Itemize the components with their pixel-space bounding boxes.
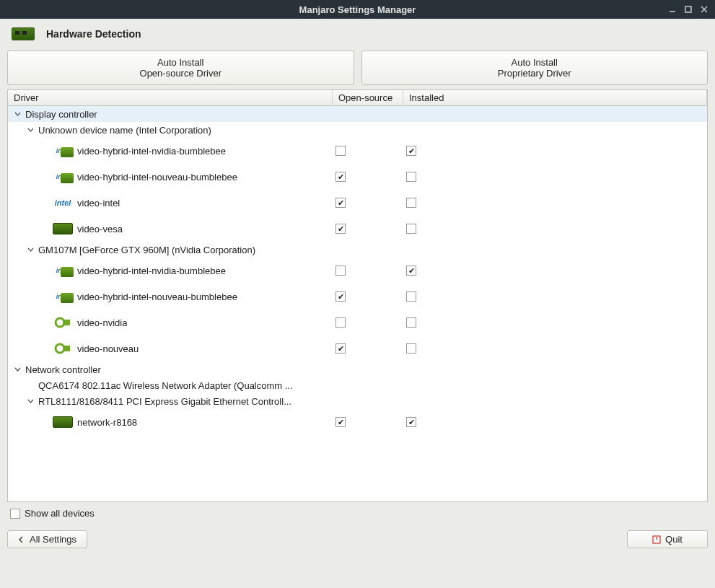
tree-label: video-vesa — [77, 224, 123, 234]
checkbox[interactable]: ✔ — [406, 266, 416, 276]
driver-row[interactable]: intelvideo-hybrid-intel-nouveau-bumblebe… — [8, 284, 707, 310]
page-header: Hardware Detection — [0, 19, 715, 45]
tree-label: Display controller — [25, 109, 97, 120]
tree-label: video-nvidia — [77, 317, 127, 328]
tree-label: video-hybrid-intel-nouveau-bumblebee — [77, 291, 237, 302]
checkbox[interactable]: ✔ — [406, 417, 416, 427]
category-row[interactable]: Display controller — [8, 106, 707, 122]
driver-row[interactable]: intelvideo-intel✔ — [8, 190, 707, 216]
svg-rect-7 — [63, 346, 70, 351]
back-arrow-icon — [18, 536, 25, 543]
window-title: Manjaro Settings Manager — [299, 4, 416, 15]
tree-label: QCA6174 802.11ac Wireless Network Adapte… — [38, 380, 293, 391]
checkbox[interactable] — [406, 343, 416, 354]
pcb-card-icon — [51, 414, 74, 430]
intel-driver-icon: intel — [51, 263, 74, 278]
svg-rect-5 — [63, 320, 70, 325]
titlebar: Manjaro Settings Manager — [0, 0, 715, 19]
tree-label: GM107M [GeForce GTX 960M] (nVidia Corpor… — [38, 245, 255, 255]
tree-label: video-hybrid-intel-nvidia-bumblebee — [77, 266, 226, 276]
auto-install-proprietary-button[interactable]: Auto Install Proprietary Driver — [361, 51, 709, 85]
tree-label: network-r8168 — [77, 417, 137, 428]
checkbox[interactable]: ✔ — [335, 291, 346, 302]
checkbox[interactable] — [406, 317, 416, 328]
show-all-devices[interactable]: Show all devices — [10, 508, 95, 519]
btn-line1: Auto Install — [362, 57, 708, 68]
intel-driver-icon: intel — [51, 143, 74, 159]
expander-icon[interactable] — [25, 396, 35, 406]
checkbox[interactable] — [335, 317, 346, 328]
expander-icon[interactable] — [25, 245, 35, 255]
driver-row[interactable]: intelvideo-hybrid-intel-nouveau-bumblebe… — [8, 164, 707, 190]
svg-rect-1 — [685, 6, 691, 12]
checkbox[interactable]: ✔ — [335, 343, 346, 354]
driver-row[interactable]: video-nvidia — [8, 310, 707, 335]
tree-label: video-hybrid-intel-nouveau-bumblebee — [77, 172, 237, 183]
nvidia-icon — [51, 341, 74, 356]
expander-icon[interactable] — [12, 364, 22, 374]
pcb-card-icon — [51, 221, 74, 237]
col-open-source[interactable]: Open-source — [333, 90, 403, 105]
window-buttons — [664, 2, 712, 17]
checkbox[interactable] — [335, 146, 346, 156]
hardware-icon — [12, 27, 35, 40]
show-all-label: Show all devices — [25, 508, 95, 519]
checkbox[interactable] — [335, 266, 346, 276]
category-row[interactable]: Network controller — [8, 361, 707, 377]
btn-line2: Open-source Driver — [8, 68, 354, 79]
quit-icon — [652, 535, 661, 544]
driver-row[interactable]: video-nouveau✔ — [8, 335, 707, 361]
intel-driver-icon: intel — [51, 289, 74, 304]
checkbox[interactable]: ✔ — [335, 172, 346, 182]
maximize-button[interactable] — [680, 2, 696, 17]
intel-driver-icon: intel — [51, 169, 74, 185]
show-all-checkbox[interactable] — [10, 509, 20, 519]
driver-row[interactable]: network-r8168✔✔ — [8, 409, 707, 435]
expander-icon[interactable] — [25, 125, 35, 135]
btn-line1: Auto Install — [8, 57, 354, 68]
expander-icon[interactable] — [12, 109, 22, 119]
device-row[interactable]: GM107M [GeForce GTX 960M] (nVidia Corpor… — [8, 242, 707, 258]
device-row[interactable]: RTL8111/8168/8411 PCI Express Gigabit Et… — [8, 393, 707, 409]
all-settings-label: All Settings — [30, 534, 76, 545]
checkbox[interactable] — [406, 291, 416, 302]
checkbox[interactable] — [406, 224, 416, 234]
quit-label: Quit — [665, 534, 683, 545]
quit-button[interactable]: Quit — [627, 530, 708, 548]
minimize-button[interactable] — [664, 2, 680, 17]
col-installed[interactable]: Installed — [403, 90, 707, 105]
tree-label: Network controller — [25, 364, 101, 375]
page-title: Hardware Detection — [46, 28, 141, 40]
driver-tree[interactable]: Driver Open-source Installed Display con… — [7, 89, 708, 502]
btn-line2: Proprietary Driver — [362, 68, 708, 79]
driver-row[interactable]: intelvideo-hybrid-intel-nvidia-bumblebee… — [8, 138, 707, 164]
nvidia-icon — [51, 315, 74, 330]
all-settings-button[interactable]: All Settings — [7, 530, 87, 548]
checkbox[interactable]: ✔ — [335, 224, 346, 234]
device-row[interactable]: Unknown device name (Intel Corporation) — [8, 122, 707, 138]
auto-install-open-source-button[interactable]: Auto Install Open-source Driver — [7, 51, 354, 85]
tree-label: video-intel — [77, 198, 120, 209]
tree-label: RTL8111/8168/8411 PCI Express Gigabit Et… — [38, 396, 291, 407]
tree-header: Driver Open-source Installed — [8, 90, 707, 106]
intel-icon: intel — [51, 195, 74, 211]
col-driver[interactable]: Driver — [8, 90, 333, 105]
checkbox[interactable]: ✔ — [406, 146, 416, 156]
driver-row[interactable]: intelvideo-hybrid-intel-nvidia-bumblebee… — [8, 258, 707, 284]
checkbox[interactable]: ✔ — [335, 417, 346, 427]
checkbox[interactable] — [406, 198, 416, 208]
checkbox[interactable]: ✔ — [335, 198, 346, 208]
close-button[interactable] — [696, 2, 712, 17]
device-row[interactable]: QCA6174 802.11ac Wireless Network Adapte… — [8, 377, 707, 393]
checkbox[interactable] — [406, 172, 416, 182]
tree-label: video-hybrid-intel-nvidia-bumblebee — [77, 146, 226, 157]
tree-label: video-nouveau — [77, 343, 139, 354]
driver-row[interactable]: video-vesa✔ — [8, 216, 707, 242]
tree-label: Unknown device name (Intel Corporation) — [38, 125, 211, 136]
